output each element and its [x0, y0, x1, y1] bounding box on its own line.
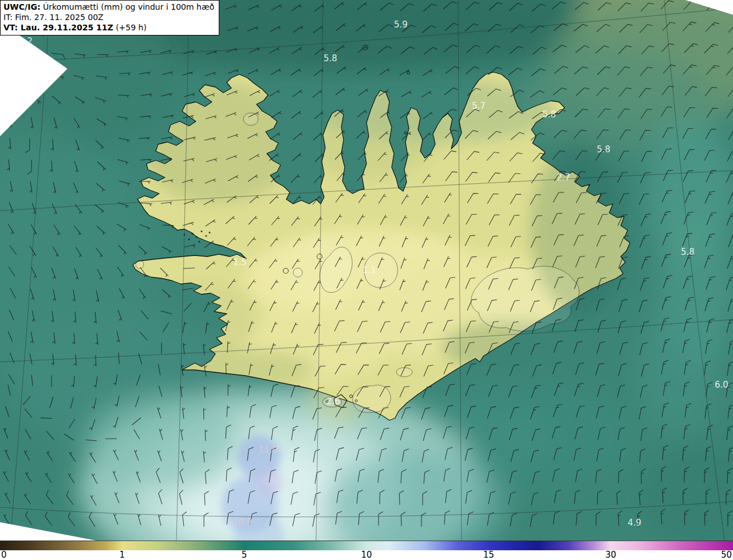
valid-time: VT: Lau. 29.11.2025 11Z: [3, 23, 113, 32]
weather-map-page: 8.25.95.85.75.85.82.75.81.51.12.611.010.…: [0, 0, 733, 560]
myrdalsjokull-outline: [353, 385, 391, 413]
precip-value-label: 5.8: [681, 247, 695, 257]
snaefellsjokull-outline: [136, 261, 144, 269]
precip-value-label: 2.7: [557, 172, 570, 183]
init-time-line: IT: Fim. 27. 11. 2025 00Z: [3, 12, 214, 22]
precip-value-label: 5.9: [394, 19, 408, 30]
precip-value-label: 11.0: [258, 444, 277, 455]
product-title: Úrkomumætti (mm) og vindur i 100m hæð: [41, 2, 215, 11]
colorbar-label: 5: [242, 550, 247, 559]
eiriksjokull-outline: [293, 268, 302, 277]
precipitation-colorbar: [0, 541, 733, 550]
precip-value-label: 1.1: [362, 265, 376, 275]
precip-value-label: 5.7: [472, 101, 486, 111]
wind-barb: [30, 74, 42, 79]
precip-value-label: 4.9: [628, 518, 641, 528]
wind-barb: [8, 117, 12, 128]
wind-barb: [41, 418, 52, 419]
forecast-offset: (+59 h): [113, 23, 147, 32]
precip-value-label: 8.2: [19, 36, 33, 46]
info-title-line: UWC/IG: Úrkomumætti (mm) og vindur i 100…: [3, 2, 214, 12]
precip-value-label: 5.8: [324, 53, 337, 64]
wind-barb: [9, 52, 20, 56]
colorbar-label: 30: [605, 550, 616, 559]
colorbar-tick-labels: 01510153050: [0, 550, 733, 560]
wind-barb: [9, 95, 18, 103]
precip-value-label: 6.0: [715, 380, 728, 390]
colorbar-label: 15: [483, 550, 494, 559]
precip-value-label: 2.6: [326, 396, 340, 407]
wind-barb: [727, 2, 733, 11]
weather-map: 8.25.95.85.75.85.82.75.81.51.12.611.010.…: [0, 0, 733, 541]
map-info-box: UWC/IG: Úrkomumætti (mm) og vindur i 100…: [0, 0, 219, 36]
precip-value-label: 10.9: [232, 517, 251, 527]
precip-value-label: 5.8: [597, 144, 610, 155]
wind-barb: [10, 74, 21, 79]
colorbar-label: 10: [361, 550, 372, 559]
colorbar-label: 0: [1, 550, 7, 559]
precip-value-label: 5.8: [542, 109, 556, 120]
precip-value-label: 1.5: [233, 257, 247, 267]
drangajokull-outline: [243, 113, 258, 125]
product-id: UWC/IG:: [3, 2, 41, 11]
colorbar-label: 1: [120, 550, 125, 559]
wind-barb: [31, 53, 45, 58]
valid-time-line: VT: Lau. 29.11.2025 11Z (+59 h): [3, 22, 214, 33]
colorbar-label: 50: [721, 550, 732, 559]
